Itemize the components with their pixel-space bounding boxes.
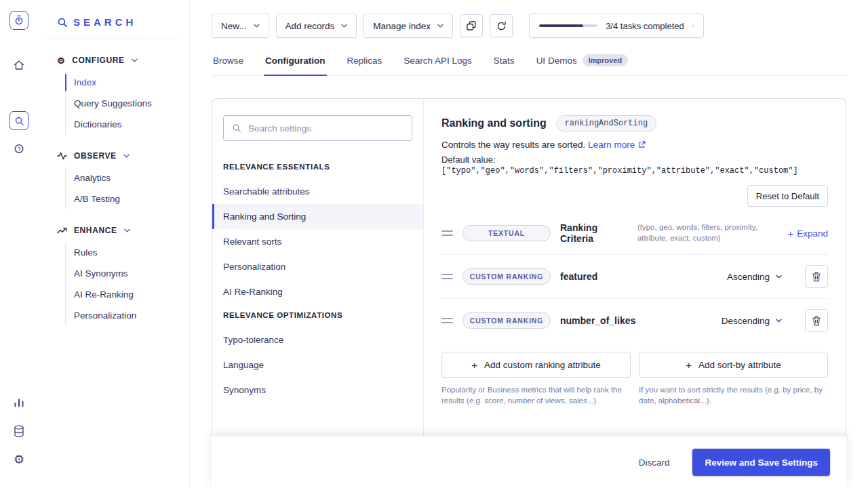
api-name-pill: rankingAndSorting <box>556 115 656 131</box>
recommend-icon[interactable]: ? <box>9 140 28 159</box>
expand-link[interactable]: + Expand <box>787 228 828 239</box>
default-value-label: Default value: <box>441 155 496 165</box>
review-and-save-button[interactable]: Review and Save Settings <box>692 449 830 476</box>
settings-item-ranking-and-sorting[interactable]: Ranking and Sorting <box>212 204 423 229</box>
footer-bar: Discard Review and Save Settings <box>212 436 846 488</box>
custom-ranking-tag: CUSTOM RANKING <box>462 312 551 329</box>
nav-section-configure: ⚙ CONFIGURE Index Query Suggestions Dict… <box>38 50 189 135</box>
chevron-down-icon <box>776 274 782 279</box>
tab-stats[interactable]: Stats <box>492 47 516 75</box>
settings-item-language[interactable]: Language <box>212 352 423 378</box>
tasks-progress-label: 3/4 tasks completed <box>606 21 684 31</box>
tasks-progress-widget[interactable]: 3/4 tasks completed <box>529 14 704 38</box>
new-button-label: New... <box>221 21 247 31</box>
sidebar-item-query-suggestions[interactable]: Query Suggestions <box>66 93 189 114</box>
settings-nav: RELEVANCE ESSENTIALS Searchable attribut… <box>212 99 424 488</box>
tab-configuration[interactable]: Configuration <box>264 47 326 75</box>
add-sort-by-attribute-button[interactable]: + Add sort-by attribute <box>639 352 828 378</box>
custom-ranking-tag: CUSTOM RANKING <box>462 268 551 285</box>
progress-track <box>539 24 597 27</box>
new-button[interactable]: New... <box>212 14 269 38</box>
drag-handle-icon[interactable] <box>441 318 453 323</box>
section-label: OBSERVE <box>74 151 117 161</box>
tab-replicas[interactable]: Replicas <box>346 47 384 75</box>
delete-attribute-button[interactable] <box>805 309 828 332</box>
drag-handle-icon[interactable] <box>441 230 453 236</box>
manage-index-button[interactable]: Manage index <box>363 14 453 38</box>
chevron-down-icon <box>341 24 347 28</box>
settings-search-box[interactable] <box>223 115 412 141</box>
sidebar-item-ai-synonyms[interactable]: AI Synonyms <box>66 263 189 284</box>
settings-gear-icon[interactable]: ⚙ <box>9 450 28 469</box>
configure-gear-icon: ⚙ <box>57 56 65 65</box>
trend-up-icon <box>57 226 67 235</box>
trash-icon <box>812 316 821 326</box>
refresh-button[interactable] <box>490 14 513 37</box>
section-head-observe[interactable]: OBSERVE <box>38 146 189 166</box>
direction-select[interactable]: Descending <box>722 316 782 326</box>
chevron-down-icon <box>124 228 130 232</box>
settings-item-ai-re-ranking[interactable]: AI Re-Ranking <box>212 279 423 304</box>
brand-search-icon <box>57 17 68 28</box>
sidebar-item-analytics[interactable]: Analytics <box>66 167 189 188</box>
add-custom-ranking-attribute-button[interactable]: + Add custom ranking attribute <box>441 352 631 378</box>
sidebar-item-personalization[interactable]: Personalization <box>66 305 189 326</box>
algolia-logo[interactable] <box>9 11 28 30</box>
panel-title-row: Ranking and sorting rankingAndSorting <box>441 115 828 131</box>
default-value: ["typo","geo","words","filters","proximi… <box>441 166 798 176</box>
pulse-icon <box>57 152 67 160</box>
drag-handle-icon[interactable] <box>441 274 453 279</box>
help-row: Popularity or Business metrics that will… <box>441 384 828 406</box>
section-head-enhance[interactable]: ENHANCE <box>38 220 189 241</box>
settings-item-personalization[interactable]: Personalization <box>212 254 423 279</box>
tab-search-api-logs[interactable]: Search API Logs <box>402 47 473 75</box>
row-label: featured <box>560 271 597 282</box>
direction-value: Descending <box>722 316 770 326</box>
tab-ui-demos[interactable]: UI Demos Improved <box>535 47 630 75</box>
section-label: CONFIGURE <box>72 56 124 65</box>
brand[interactable]: SEARCH <box>38 14 189 39</box>
sidebar-item-rules[interactable]: Rules <box>66 242 189 263</box>
sidebar-nav: ⚙ CONFIGURE Index Query Suggestions Dict… <box>38 39 189 326</box>
settings-item-typo-tolerance[interactable]: Typo-tolerance <box>212 327 423 352</box>
data-records-icon[interactable] <box>9 422 28 441</box>
icon-rail: ? ⚙ <box>0 0 38 488</box>
sidebar-item-index[interactable]: Index <box>66 72 189 93</box>
settings-search-input[interactable] <box>248 123 403 134</box>
settings-item-searchable-attributes[interactable]: Searchable attributes <box>212 179 423 204</box>
section-head-configure[interactable]: ⚙ CONFIGURE <box>38 50 189 70</box>
sidebar-item-ab-testing[interactable]: A/B Testing <box>66 188 189 209</box>
learn-more-link[interactable]: Learn more <box>588 140 646 150</box>
ranking-criteria-row: TEXTUAL Ranking Criteria (typo, geo, wor… <box>441 212 828 254</box>
tab-browse[interactable]: Browse <box>212 47 245 75</box>
reset-to-default-button[interactable]: Reset to Default <box>747 185 828 207</box>
description-text: Controls the way results are sorted. <box>441 140 585 150</box>
sidebar-item-dictionaries[interactable]: Dictionaries <box>66 114 189 135</box>
row-note: (typo, geo, words, filters, proximity, a… <box>637 222 766 243</box>
copy-settings-button[interactable] <box>460 14 483 37</box>
group-header-essentials: RELEVANCE ESSENTIALS <box>212 156 423 179</box>
search-index-icon[interactable] <box>9 111 28 130</box>
app: ? ⚙ SEARCH ⚙ CONFIGURE <box>0 0 868 488</box>
row-label: Ranking Criteria <box>560 222 628 244</box>
manage-index-label: Manage index <box>373 21 431 31</box>
add-records-button[interactable]: Add records <box>276 14 357 38</box>
improved-badge: Improved <box>583 54 629 66</box>
home-icon[interactable] <box>9 56 28 75</box>
chevron-down-icon <box>123 154 130 158</box>
delete-attribute-button[interactable] <box>805 265 828 288</box>
settings-item-relevant-sorts[interactable]: Relevant sorts <box>212 229 423 254</box>
direction-select[interactable]: Ascending <box>727 272 782 282</box>
external-link-icon <box>638 141 646 148</box>
discard-button[interactable]: Discard <box>639 458 670 468</box>
svg-text:?: ? <box>18 146 21 152</box>
chevron-down-icon <box>254 24 260 28</box>
analytics-bars-icon[interactable] <box>9 393 28 412</box>
custom-ranking-help: Popularity or Business metrics that will… <box>441 384 631 406</box>
settings-item-synonyms[interactable]: Synonyms <box>212 378 423 403</box>
sidebar-item-ai-re-ranking[interactable]: AI Re-Ranking <box>66 284 189 305</box>
custom-ranking-row: CUSTOM RANKING featured Ascending <box>441 254 828 298</box>
section-items: Rules AI Synonyms AI Re-Ranking Personal… <box>65 242 189 326</box>
section-items: Index Query Suggestions Dictionaries <box>65 72 189 135</box>
tab-bar: Browse Configuration Replicas Search API… <box>212 47 846 76</box>
